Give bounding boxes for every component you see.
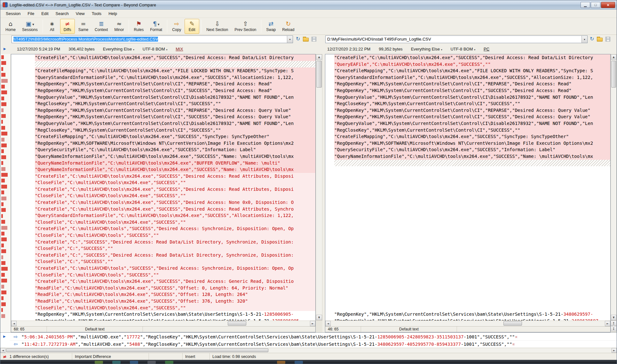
diff-map-mark[interactable] <box>1 220 5 224</box>
diff-map-mark[interactable] <box>1 185 7 189</box>
left-path-dropdown-button[interactable]: ▼ <box>287 36 293 43</box>
diff-detail-line[interactable]: ⇨"5:06:34.2401565·PM","multiAVCHD.exe","… <box>10 333 617 340</box>
code-line[interactable]: "CloseFile","C:","SUCCESS","" <box>35 245 315 252</box>
code-line[interactable]: "CreateFile","C:\multiAVCHD\tools","SUCC… <box>35 225 315 232</box>
code-line[interactable]: "CreateFile","C:","SUCCESS","Desired Acc… <box>35 239 315 245</box>
code-line[interactable]: "QueryNameInformationFile","C:\multiAVCH… <box>35 160 315 167</box>
code-line[interactable]: "RegCloseKey","HKLM\System\CurrentContro… <box>35 100 315 107</box>
diff-map-mark[interactable] <box>1 179 5 182</box>
dropdown-arrow-icon[interactable]: ▼ <box>158 23 159 26</box>
code-line[interactable] <box>334 305 610 311</box>
right-line-ending[interactable]: PC <box>484 47 489 51</box>
code-line[interactable]: "RegQueryValue","HKLM\System\CurrentCont… <box>334 94 610 101</box>
diff-map-mark[interactable] <box>1 90 7 94</box>
code-line[interactable]: "CloseFile","C:\multiAVCHD\tools\mx264.e… <box>35 219 315 226</box>
scroll-down-button[interactable]: ▼ <box>316 315 322 320</box>
code-line[interactable]: "RegQueryValue","HKLM\System\CurrentCont… <box>334 318 610 321</box>
right-format-dropdown[interactable]: Everything Else▾ <box>411 47 442 51</box>
scroll-right-button[interactable]: ► <box>605 321 610 326</box>
scrollbar-track[interactable] <box>316 60 322 315</box>
code-line[interactable] <box>334 232 610 239</box>
titlebar[interactable]: Logfile-edited.CSV <--> Forum_Logfile.CS… <box>0 0 617 10</box>
scrollbar-track[interactable] <box>5 348 612 353</box>
right-encoding-dropdown[interactable]: UTF-8 BOM▾ <box>450 47 475 51</box>
code-line[interactable]: "CreateFileMapping","C:\multiAVCHD\tools… <box>334 133 610 140</box>
left-line-ending[interactable]: MIX <box>176 47 183 51</box>
code-line[interactable]: "RegOpenKey","HKLM\System\CurrentControl… <box>35 107 315 114</box>
code-line[interactable]: "QueryNameInformationFile","C:\multiAVCH… <box>35 166 315 173</box>
code-line[interactable]: "QueryNameInformationFile","C:\multiAVCH… <box>35 153 315 160</box>
diff-map-mark[interactable] <box>1 261 5 265</box>
code-line[interactable] <box>334 239 610 245</box>
diff-map-mark[interactable] <box>1 237 7 241</box>
code-line[interactable]: "CreateFile","C:\multiAVCHD\tools\mx264.… <box>35 278 315 285</box>
toolbar-copy-button[interactable]: ⇨Copy <box>169 19 184 34</box>
taskbar-icon[interactable] <box>165 361 173 364</box>
toolbar-format-button[interactable]: ¶▼Format <box>147 19 165 34</box>
left-syntax-mode[interactable]: Default text <box>47 327 143 332</box>
code-line[interactable]: "ReadFile","C:\multiAVCHD\tools\mx264.ex… <box>35 285 315 291</box>
left-encoding-dropdown[interactable]: UTF-8 BOM▾ <box>143 47 168 51</box>
toolbar-sessions-button[interactable]: ▣▼Sessions <box>19 19 41 34</box>
diff-map-mark[interactable] <box>1 85 5 89</box>
diff-map-mark[interactable] <box>1 73 5 77</box>
diff-map-mark[interactable] <box>1 285 4 289</box>
code-line[interactable]: "CreateFile","C:\multiAVCHD\tools\mx264.… <box>35 199 315 206</box>
menu-session[interactable]: Session <box>2 10 24 17</box>
diff-map-mark[interactable] <box>1 143 7 147</box>
diff-map-mark[interactable] <box>1 149 4 153</box>
diff-map-mark[interactable] <box>1 208 6 212</box>
code-line[interactable]: "RegOpenKey","HKLM\System\CurrentControl… <box>334 81 610 87</box>
code-line[interactable]: "RegOpenKey","HKLM\SOFTWARE\Microsoft\Wi… <box>35 140 315 147</box>
scroll-down-button[interactable]: ▼ <box>611 315 616 320</box>
code-line[interactable] <box>334 291 610 298</box>
diff-map-mark[interactable] <box>1 279 7 283</box>
code-line[interactable]: "RegOpenKey","HKLM\System\CurrentControl… <box>35 87 315 94</box>
code-line[interactable]: "CreateFile","C:\multiAVCHD\tools\mx264.… <box>334 54 610 61</box>
taskbar-icon[interactable] <box>277 361 285 364</box>
diff-map-mark[interactable] <box>1 190 4 194</box>
diff-map-mark[interactable] <box>1 102 6 106</box>
diff-detail-line[interactable]: ⇦"11:42:17.7272719·AM","multiAVCHD.exe",… <box>10 340 617 347</box>
menu-file[interactable]: File <box>24 10 38 17</box>
diff-map-mark[interactable] <box>1 232 4 236</box>
scrollbar-thumb[interactable] <box>316 61 322 88</box>
code-line[interactable]: "CloseFile","C:\multiAVCHD\tools","SUCCE… <box>35 232 315 239</box>
code-line[interactable] <box>334 272 610 278</box>
code-line[interactable] <box>334 298 610 305</box>
code-line[interactable]: "CreateFile","C:\multiAVCHD\tools\mx264.… <box>35 173 315 180</box>
scrollbar-track[interactable] <box>611 60 616 315</box>
menu-edit[interactable]: Edit <box>38 10 52 17</box>
diff-map-mark[interactable] <box>1 67 3 71</box>
menu-search[interactable]: Search <box>52 10 72 17</box>
right-save-icon[interactable] <box>605 37 610 42</box>
code-line[interactable]: "CloseFile","C:","SUCCESS","" <box>35 258 315 265</box>
code-line[interactable]: "CloseFile","C:\multiAVCHD\tools\mx264.e… <box>35 179 315 186</box>
toolbar-context-button[interactable]: ≣Context <box>92 19 111 34</box>
code-line[interactable]: "QueryEAFile","C:\multiAVCHD\tools\mx264… <box>334 61 610 68</box>
taskbar-icon[interactable] <box>147 361 156 364</box>
diff-map-mark[interactable] <box>1 314 5 318</box>
diff-map-mark[interactable] <box>1 61 6 65</box>
diff-map-mark[interactable] <box>1 197 6 200</box>
diff-map-mark[interactable] <box>1 255 3 259</box>
code-line[interactable]: "CreateFileMapping","C:\multiAVCHD\tools… <box>35 133 315 140</box>
diff-map-mark[interactable] <box>1 55 4 59</box>
code-line[interactable]: "QueryStandardInformationFile","C:\multi… <box>334 74 610 81</box>
code-line[interactable]: "RegCloseKey","HKLM\System\CurrentContro… <box>334 127 610 134</box>
app-icon[interactable] <box>3 2 8 7</box>
code-line[interactable] <box>334 252 610 259</box>
diff-map-mark[interactable] <box>1 173 8 177</box>
code-line[interactable] <box>334 219 610 226</box>
toolbar-prev-section-button[interactable]: ⇧Prev Section <box>232 19 259 34</box>
scroll-left-button[interactable]: ◄ <box>11 321 17 326</box>
code-line[interactable] <box>334 258 610 265</box>
code-line[interactable]: "CreateFile","C:","SUCCESS","Desired Acc… <box>35 252 315 259</box>
taskbar-icon[interactable] <box>112 361 121 364</box>
code-line[interactable]: "CreateFile","C:\multiAVCHD\tools\mx264.… <box>35 186 315 193</box>
dropdown-arrow-icon[interactable]: ▼ <box>32 23 34 26</box>
code-line[interactable]: "RegOpenKey","HKLM\SOFTWARE\Microsoft\Wi… <box>334 140 610 147</box>
toolbar-reload-button[interactable]: ↻Reload <box>279 19 297 34</box>
right-syntax-mode[interactable]: Default text <box>361 327 457 332</box>
next-difference-button[interactable]: ↧ <box>611 326 617 331</box>
